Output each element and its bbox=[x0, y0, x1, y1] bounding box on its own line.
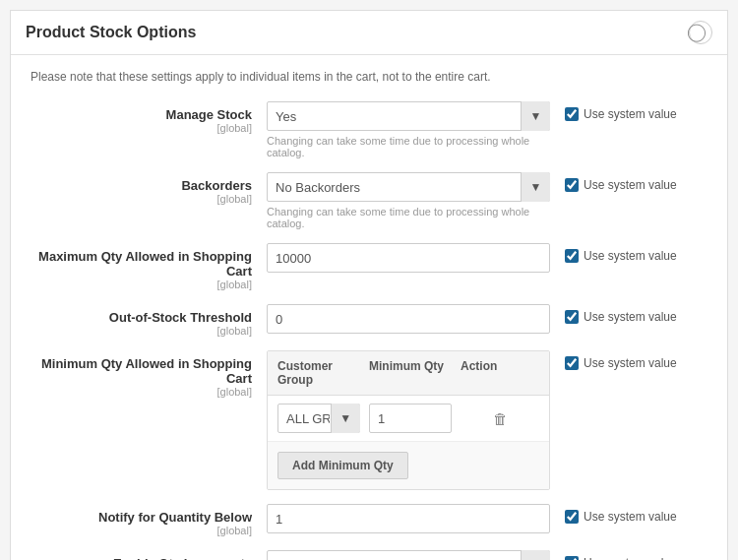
panel-header: Product Stock Options ⃝ bbox=[11, 11, 727, 55]
product-stock-options-panel: Product Stock Options ⃝ Please note that… bbox=[10, 10, 728, 560]
enable-qty-inc-system-text: Use system value bbox=[584, 556, 677, 560]
max-qty-system-col: Use system value bbox=[550, 243, 707, 263]
manage-stock-system-label[interactable]: Use system value bbox=[565, 107, 677, 121]
backorders-label: Backorders bbox=[31, 178, 252, 193]
notify-qty-system-label[interactable]: Use system value bbox=[565, 510, 677, 524]
manage-stock-system-text: Use system value bbox=[584, 107, 677, 121]
manage-stock-system-col: Use system value bbox=[550, 101, 707, 121]
min-qty-col-qty: Minimum Qty bbox=[369, 359, 461, 387]
enable-qty-inc-select-wrapper: No Yes ▼ bbox=[267, 550, 550, 560]
enable-qty-inc-field-col: No Yes ▼ bbox=[267, 550, 550, 560]
min-qty-label: Minimum Qty Allowed in Shopping Cart bbox=[31, 356, 252, 386]
backorders-system-checkbox[interactable] bbox=[565, 178, 579, 192]
out-of-stock-system-col: Use system value bbox=[550, 304, 707, 324]
out-of-stock-label-col: Out-of-Stock Threshold [global] bbox=[31, 304, 267, 337]
manage-stock-select-wrapper: Yes No ▼ bbox=[267, 101, 550, 131]
max-qty-system-checkbox[interactable] bbox=[565, 249, 579, 263]
min-qty-value-input[interactable] bbox=[369, 404, 452, 433]
min-qty-sub: [global] bbox=[31, 386, 252, 398]
notify-qty-system-checkbox[interactable] bbox=[565, 510, 579, 524]
backorders-system-label[interactable]: Use system value bbox=[565, 178, 677, 192]
backorders-field-col: No Backorders Allow Qty Below 0 Allow Qt… bbox=[267, 172, 550, 229]
notify-qty-label: Notify for Quantity Below bbox=[31, 510, 252, 525]
enable-qty-inc-system-label[interactable]: Use system value bbox=[565, 556, 677, 560]
min-qty-system-col: Use system value bbox=[550, 350, 707, 370]
backorders-label-col: Backorders [global] bbox=[31, 172, 267, 205]
min-qty-delete-button[interactable]: 🗑 bbox=[461, 406, 539, 431]
manage-stock-row: Manage Stock [global] Yes No ▼ Changing … bbox=[31, 101, 707, 158]
notify-qty-field-col bbox=[267, 504, 550, 533]
notify-qty-input[interactable] bbox=[267, 504, 550, 533]
min-qty-row: Minimum Qty Allowed in Shopping Cart [gl… bbox=[31, 350, 707, 490]
min-qty-group-select[interactable]: ALL GROUPS NOT LOGGED IN General Wholesa… bbox=[277, 404, 360, 433]
min-qty-group-select-wrapper: ALL GROUPS NOT LOGGED IN General Wholesa… bbox=[277, 404, 360, 433]
out-of-stock-label: Out-of-Stock Threshold bbox=[31, 310, 252, 325]
enable-qty-inc-row: Enable Qty Increments [global] No Yes ▼ … bbox=[31, 550, 707, 560]
manage-stock-field-col: Yes No ▼ Changing can take some time due… bbox=[267, 101, 550, 158]
out-of-stock-system-text: Use system value bbox=[584, 310, 677, 324]
out-of-stock-sub: [global] bbox=[31, 325, 252, 337]
enable-qty-inc-system-col: Use system value bbox=[550, 550, 707, 560]
min-qty-system-label[interactable]: Use system value bbox=[565, 356, 677, 370]
panel-body: Please note that these settings apply to… bbox=[11, 55, 727, 560]
panel-toggle-button[interactable]: ⃝ bbox=[689, 21, 712, 44]
manage-stock-label: Manage Stock bbox=[31, 107, 252, 122]
add-min-qty-button[interactable]: Add Minimum Qty bbox=[277, 452, 408, 479]
out-of-stock-input[interactable] bbox=[267, 304, 550, 334]
enable-qty-inc-label-col: Enable Qty Increments [global] bbox=[31, 550, 267, 560]
notify-qty-system-col: Use system value bbox=[550, 504, 707, 524]
out-of-stock-row: Out-of-Stock Threshold [global] Use syst… bbox=[31, 304, 707, 337]
backorders-sub: [global] bbox=[31, 193, 252, 205]
manage-stock-select[interactable]: Yes No bbox=[267, 101, 550, 131]
min-qty-label-col: Minimum Qty Allowed in Shopping Cart [gl… bbox=[31, 350, 267, 398]
backorders-hint: Changing can take some time due to proce… bbox=[267, 206, 550, 229]
enable-qty-inc-label: Enable Qty Increments bbox=[31, 556, 252, 560]
min-qty-field-col: Customer Group Minimum Qty Action ALL GR… bbox=[267, 350, 550, 490]
enable-qty-inc-system-checkbox[interactable] bbox=[565, 556, 579, 560]
manage-stock-hint: Changing can take some time due to proce… bbox=[267, 135, 550, 158]
out-of-stock-system-checkbox[interactable] bbox=[565, 310, 579, 324]
max-qty-field-col bbox=[267, 243, 550, 273]
min-qty-col-action: Action bbox=[461, 359, 539, 387]
min-qty-system-text: Use system value bbox=[584, 356, 677, 370]
max-qty-input[interactable] bbox=[267, 243, 550, 273]
panel-title: Product Stock Options bbox=[26, 24, 196, 41]
max-qty-label: Maximum Qty Allowed in Shopping Cart bbox=[31, 249, 252, 279]
max-qty-system-label[interactable]: Use system value bbox=[565, 249, 677, 263]
notify-qty-sub: [global] bbox=[31, 525, 252, 536]
panel-note: Please note that these settings apply to… bbox=[31, 70, 707, 84]
min-qty-section: Customer Group Minimum Qty Action ALL GR… bbox=[267, 350, 550, 490]
backorders-select[interactable]: No Backorders Allow Qty Below 0 Allow Qt… bbox=[267, 172, 550, 202]
notify-qty-label-col: Notify for Quantity Below [global] bbox=[31, 504, 267, 536]
min-qty-col-group: Customer Group bbox=[277, 359, 369, 387]
max-qty-sub: [global] bbox=[31, 279, 252, 290]
notify-qty-system-text: Use system value bbox=[584, 510, 677, 524]
min-qty-table-header: Customer Group Minimum Qty Action bbox=[268, 351, 549, 396]
out-of-stock-field-col bbox=[267, 304, 550, 334]
min-qty-add-row: Add Minimum Qty bbox=[268, 442, 549, 489]
notify-qty-row: Notify for Quantity Below [global] Use s… bbox=[31, 504, 707, 536]
max-qty-label-col: Maximum Qty Allowed in Shopping Cart [gl… bbox=[31, 243, 267, 290]
backorders-system-col: Use system value bbox=[550, 172, 707, 192]
backorders-row: Backorders [global] No Backorders Allow … bbox=[31, 172, 707, 229]
out-of-stock-system-label[interactable]: Use system value bbox=[565, 310, 677, 324]
manage-stock-sub: [global] bbox=[31, 122, 252, 134]
manage-stock-label-col: Manage Stock [global] bbox=[31, 101, 267, 134]
min-qty-system-checkbox[interactable] bbox=[565, 356, 579, 370]
max-qty-row: Maximum Qty Allowed in Shopping Cart [gl… bbox=[31, 243, 707, 290]
backorders-system-text: Use system value bbox=[584, 178, 677, 192]
enable-qty-inc-select[interactable]: No Yes bbox=[267, 550, 550, 560]
backorders-select-wrapper: No Backorders Allow Qty Below 0 Allow Qt… bbox=[267, 172, 550, 202]
manage-stock-system-checkbox[interactable] bbox=[565, 107, 579, 121]
min-qty-table-row: ALL GROUPS NOT LOGGED IN General Wholesa… bbox=[268, 396, 549, 442]
max-qty-system-text: Use system value bbox=[584, 249, 677, 263]
